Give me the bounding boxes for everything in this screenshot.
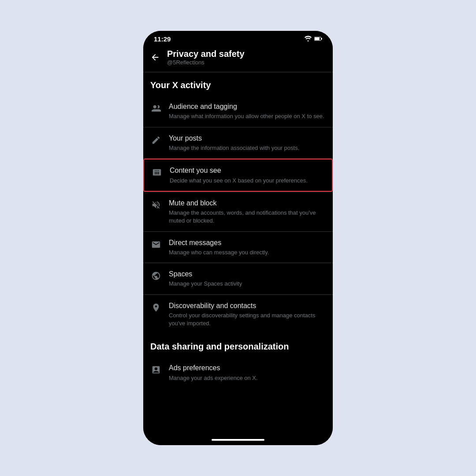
spaces-text: Spaces Manage your Spaces activity bbox=[169, 269, 326, 288]
mute-block-text: Mute and block Manage the accounts, word… bbox=[169, 198, 326, 225]
mute-block-desc: Manage the accounts, words, and notifica… bbox=[169, 209, 326, 225]
svg-rect-2 bbox=[321, 38, 322, 40]
page-header: Privacy and safety @5Reflections bbox=[143, 45, 333, 72]
content-area: Your X activity Audience and tagging Man… bbox=[143, 72, 333, 435]
home-bar bbox=[212, 439, 264, 441]
menu-item-ads[interactable]: Ads preferences Manage your ads experien… bbox=[143, 357, 333, 388]
account-handle: @5Reflections bbox=[167, 59, 245, 66]
back-button[interactable] bbox=[150, 52, 160, 62]
content-icon bbox=[151, 167, 163, 178]
ads-icon bbox=[150, 364, 162, 376]
section-your-x-activity: Your X activity Audience and tagging Man… bbox=[143, 72, 333, 334]
mute-icon bbox=[150, 199, 162, 211]
your-posts-label: Your posts bbox=[169, 134, 326, 143]
direct-messages-text: Direct messages Manage who can message y… bbox=[169, 238, 326, 257]
content-you-see-label: Content you see bbox=[170, 166, 325, 175]
direct-messages-desc: Manage who can message you directly. bbox=[169, 249, 326, 257]
direct-messages-label: Direct messages bbox=[169, 238, 326, 248]
audience-icon bbox=[150, 103, 162, 114]
ads-text: Ads preferences Manage your ads experien… bbox=[169, 363, 326, 382]
section-data-sharing: Data sharing and personalization Ads pre… bbox=[143, 334, 333, 388]
dm-icon bbox=[150, 239, 162, 250]
menu-item-content-you-see[interactable]: Content you see Decide what you see on X… bbox=[143, 159, 333, 192]
discoverability-text: Discoverability and contacts Control you… bbox=[169, 301, 326, 328]
menu-item-spaces[interactable]: Spaces Manage your Spaces activity bbox=[143, 263, 333, 294]
discoverability-desc: Control your discoverability settings an… bbox=[169, 312, 326, 327]
status-icons bbox=[305, 35, 322, 43]
home-indicator bbox=[143, 435, 333, 445]
discoverability-label: Discoverability and contacts bbox=[169, 301, 326, 311]
your-posts-text: Your posts Manage the information associ… bbox=[169, 134, 326, 152]
menu-item-direct-messages[interactable]: Direct messages Manage who can message y… bbox=[143, 232, 333, 263]
menu-item-mute-block[interactable]: Mute and block Manage the accounts, word… bbox=[143, 192, 333, 231]
audience-tagging-label: Audience and tagging bbox=[169, 102, 326, 112]
posts-icon bbox=[150, 134, 162, 146]
spaces-icon bbox=[150, 270, 162, 282]
section-heading-data: Data sharing and personalization bbox=[143, 334, 333, 357]
status-bar: 11:29 bbox=[143, 31, 333, 45]
phone-frame: 11:29 Privacy and safety bbox=[143, 31, 333, 445]
section-heading-activity: Your X activity bbox=[143, 72, 333, 96]
ads-label: Ads preferences bbox=[169, 363, 326, 373]
audience-tagging-desc: Manage what information you allow other … bbox=[169, 112, 326, 120]
mute-block-label: Mute and block bbox=[169, 198, 326, 208]
audience-tagging-text: Audience and tagging Manage what informa… bbox=[169, 102, 326, 121]
spaces-label: Spaces bbox=[169, 269, 326, 279]
status-time: 11:29 bbox=[154, 35, 171, 43]
svg-rect-1 bbox=[315, 37, 320, 40]
content-you-see-text: Content you see Decide what you see on X… bbox=[170, 166, 325, 185]
menu-item-your-posts[interactable]: Your posts Manage the information associ… bbox=[143, 127, 333, 159]
battery-icon bbox=[314, 36, 322, 43]
page-title: Privacy and safety bbox=[167, 49, 245, 59]
wifi-icon bbox=[305, 35, 312, 43]
spaces-desc: Manage your Spaces activity bbox=[169, 280, 326, 288]
menu-item-audience-tagging[interactable]: Audience and tagging Manage what informa… bbox=[143, 96, 333, 127]
your-posts-desc: Manage the information associated with y… bbox=[169, 144, 326, 152]
menu-item-discoverability[interactable]: Discoverability and contacts Control you… bbox=[143, 295, 333, 334]
content-you-see-desc: Decide what you see on X based on your p… bbox=[170, 177, 325, 185]
discoverability-icon bbox=[150, 302, 162, 313]
ads-desc: Manage your ads experience on X. bbox=[169, 374, 326, 382]
header-text: Privacy and safety @5Reflections bbox=[167, 49, 245, 66]
